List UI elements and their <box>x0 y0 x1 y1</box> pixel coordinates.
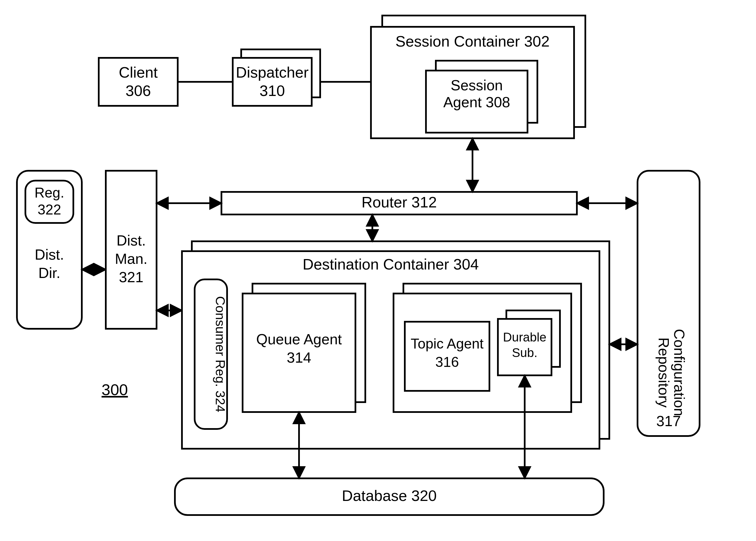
config-repo-num: 317 <box>656 413 681 429</box>
session-container-label: Session Container 302 <box>395 33 550 50</box>
durable-sub-l1: Durable <box>503 330 546 344</box>
database-label: Database 320 <box>342 487 437 504</box>
dist-dir-l2: Dir. <box>38 265 60 281</box>
dist-man-l2: Man. <box>115 251 147 267</box>
topic-agent-label: Topic Agent <box>411 336 484 352</box>
reg-label: Reg. <box>34 185 64 201</box>
figure-ref: 300 <box>102 381 128 398</box>
reg-num: 322 <box>38 202 61 218</box>
dist-man-box <box>106 171 156 329</box>
dest-container-label: Destination Container 304 <box>303 256 479 272</box>
config-repo-l2: Repository <box>655 337 672 408</box>
dist-man-l1: Dist. <box>117 232 146 249</box>
client-label: Client <box>119 64 158 81</box>
dist-dir-l1: Dist. <box>35 247 64 263</box>
session-agent-l2: Agent 308 <box>443 94 510 110</box>
queue-agent-num: 314 <box>287 349 312 366</box>
durable-sub-l2: Sub. <box>512 346 538 359</box>
session-agent-l1: Session <box>451 77 503 93</box>
dist-man-num: 321 <box>119 269 143 285</box>
client-num: 306 <box>126 82 151 99</box>
topic-agent-num: 316 <box>435 354 459 370</box>
router-label: Router 312 <box>362 194 437 211</box>
consumer-reg-label: Consumer Reg. 324 <box>213 296 228 412</box>
queue-agent-label: Queue Agent <box>256 331 342 347</box>
dispatcher-label: Dispatcher <box>236 64 309 81</box>
config-repo-l1: Configuration <box>671 329 687 416</box>
dispatcher-num: 310 <box>260 82 285 99</box>
